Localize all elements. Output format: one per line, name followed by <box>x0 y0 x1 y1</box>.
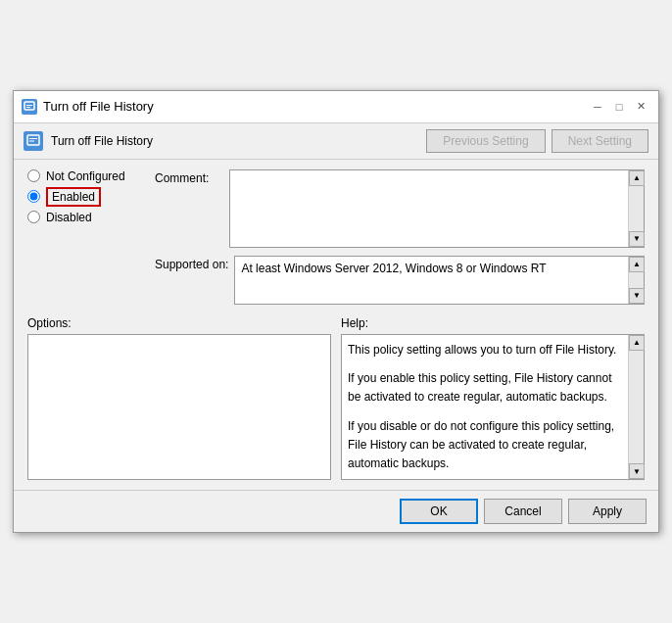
comment-box: ▲ ▼ <box>229 169 645 248</box>
ok-button[interactable]: OK <box>400 499 478 524</box>
title-controls: ─ □ ✕ <box>588 97 650 117</box>
toolbar-icon <box>24 131 43 151</box>
options-label: Options: <box>27 316 331 330</box>
enabled-option[interactable]: Enabled <box>27 187 145 207</box>
radio-group: Not Configured Enabled Disabled <box>27 169 145 224</box>
svg-rect-2 <box>26 107 30 108</box>
help-scrollbar: ▲ ▼ <box>628 335 644 479</box>
help-text2: If you enable this policy setting, File … <box>348 369 622 407</box>
comment-scrollbar: ▲ ▼ <box>628 170 644 247</box>
toolbar-title: Turn off File History <box>51 134 418 148</box>
svg-rect-5 <box>29 140 34 141</box>
help-scroll-track <box>629 351 644 463</box>
options-content <box>28 335 330 479</box>
footer: OK Cancel Apply <box>14 490 658 532</box>
cancel-button[interactable]: Cancel <box>484 499 562 524</box>
supported-scrollbar: ▲ ▼ <box>628 257 644 304</box>
top-section: Not Configured Enabled Disabled Comment: <box>27 169 645 305</box>
comment-textarea[interactable] <box>230 170 628 247</box>
comment-scroll-up[interactable]: ▲ <box>629 170 645 186</box>
help-text3: If you disable or do not configure this … <box>348 417 622 474</box>
comment-scroll-down[interactable]: ▼ <box>629 231 645 247</box>
previous-setting-button[interactable]: Previous Setting <box>426 129 545 153</box>
minimize-button[interactable]: ─ <box>588 97 607 117</box>
supported-scroll-track <box>629 272 644 288</box>
supported-scroll-up[interactable]: ▲ <box>629 257 645 272</box>
comment-scroll-track <box>629 186 644 231</box>
dialog-title: Turn off File History <box>43 99 154 114</box>
toolbar-buttons: Previous Setting Next Setting <box>426 129 648 153</box>
maximize-button[interactable]: □ <box>609 97 629 117</box>
comment-row: Comment: ▲ ▼ <box>155 169 645 248</box>
comment-label: Comment: <box>155 171 223 185</box>
not-configured-option[interactable]: Not Configured <box>27 169 145 183</box>
enabled-label: Enabled <box>46 187 101 207</box>
next-setting-button[interactable]: Next Setting <box>552 129 648 153</box>
help-scroll-up[interactable]: ▲ <box>629 335 645 351</box>
help-box: This policy setting allows you to turn o… <box>341 334 645 480</box>
title-bar-left: Turn off File History <box>22 99 154 115</box>
close-button[interactable]: ✕ <box>631 97 650 117</box>
supported-label: Supported on: <box>155 258 228 271</box>
svg-rect-1 <box>26 105 32 106</box>
options-section: Options: <box>27 316 331 480</box>
svg-rect-3 <box>27 135 39 145</box>
supported-scroll-down[interactable]: ▼ <box>629 288 645 304</box>
panels-row: Options: Help: This policy setting allow… <box>27 316 645 480</box>
supported-row: Supported on: At least Windows Server 20… <box>155 256 645 305</box>
toolbar: Turn off File History Previous Setting N… <box>14 123 658 160</box>
dialog-icon <box>22 99 37 115</box>
options-box <box>27 334 331 480</box>
supported-box: At least Windows Server 2012, Windows 8 … <box>234 256 645 305</box>
not-configured-radio[interactable] <box>27 169 40 182</box>
disabled-option[interactable]: Disabled <box>27 211 145 224</box>
apply-button[interactable]: Apply <box>568 499 647 524</box>
help-label: Help: <box>341 316 645 330</box>
dialog-window: Turn off File History ─ □ ✕ Turn off Fil… <box>13 90 659 533</box>
disabled-label: Disabled <box>46 211 92 224</box>
help-text1: This policy setting allows you to turn o… <box>348 341 622 359</box>
svg-rect-4 <box>29 138 37 139</box>
not-configured-label: Not Configured <box>46 169 125 183</box>
supported-text: At least Windows Server 2012, Windows 8 … <box>235 257 628 304</box>
enabled-radio[interactable] <box>27 190 40 203</box>
help-section: Help: This policy setting allows you to … <box>341 316 645 480</box>
help-scroll-down[interactable]: ▼ <box>629 463 645 479</box>
title-bar: Turn off File History ─ □ ✕ <box>14 91 658 123</box>
help-content: This policy setting allows you to turn o… <box>342 335 628 479</box>
content-area: Not Configured Enabled Disabled Comment: <box>14 160 658 490</box>
disabled-radio[interactable] <box>27 211 40 223</box>
